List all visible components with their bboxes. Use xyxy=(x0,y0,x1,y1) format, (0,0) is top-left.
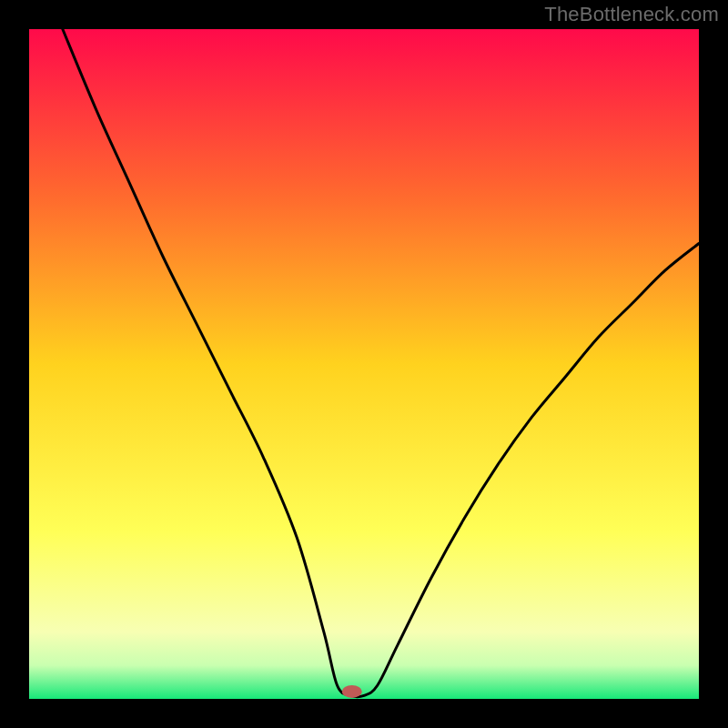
target-marker xyxy=(342,685,362,698)
chart-frame: TheBottleneck.com xyxy=(0,0,728,728)
watermark-text: TheBottleneck.com xyxy=(544,3,719,26)
plot-background xyxy=(29,29,699,699)
bottleneck-chart xyxy=(0,0,728,728)
